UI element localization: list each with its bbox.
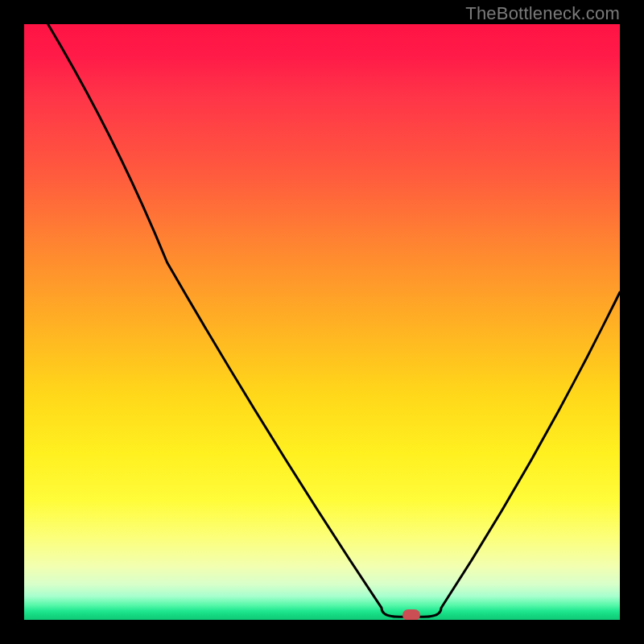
- bottleneck-curve: [24, 24, 620, 620]
- minimum-marker: [402, 609, 420, 620]
- chart-frame: TheBottleneck.com: [0, 0, 644, 644]
- plot-area: [24, 24, 620, 620]
- watermark-text: TheBottleneck.com: [465, 3, 620, 24]
